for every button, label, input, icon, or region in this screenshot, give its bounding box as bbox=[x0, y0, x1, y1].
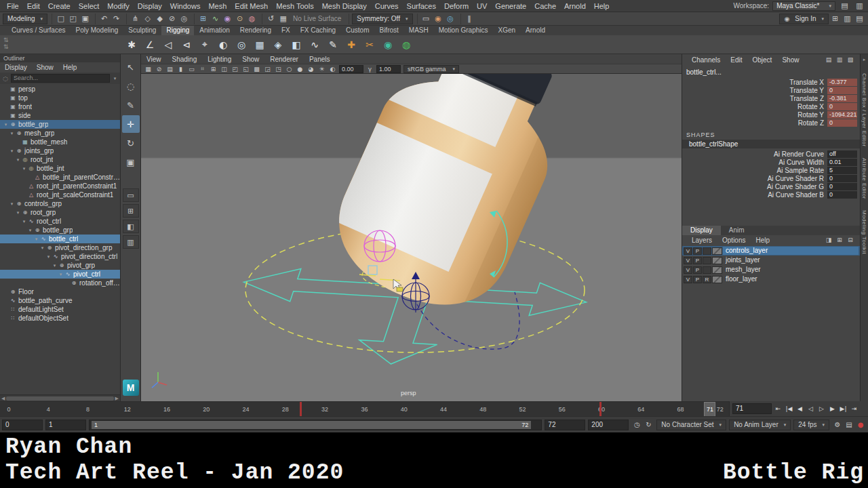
outliner-item[interactable]: ∷ defaultLightSet bbox=[0, 305, 120, 314]
viewport-toolbar-icon[interactable]: ☀ bbox=[317, 64, 327, 73]
sidebar-tab[interactable]: Modeling Toolkit bbox=[861, 210, 867, 254]
menu-item[interactable]: Edit Mesh bbox=[231, 2, 272, 10]
outliner-item[interactable]: ▾ ◎ bottle_jnt bbox=[0, 164, 120, 173]
shelf-button[interactable]: ✎ bbox=[325, 37, 341, 53]
playback-button[interactable]: ▷ bbox=[816, 403, 827, 414]
character-set-selector[interactable]: No Character Set ▾ bbox=[656, 420, 726, 430]
range-option-icon[interactable]: ↻ bbox=[643, 420, 654, 430]
shelf-tab[interactable]: XGen bbox=[494, 26, 521, 35]
layer-color-swatch[interactable] bbox=[712, 266, 722, 274]
playback-button[interactable]: |◀ bbox=[784, 403, 794, 414]
channel-value-field[interactable]: 0.01 bbox=[827, 159, 857, 166]
statusline-icon[interactable]: ▥ bbox=[842, 13, 853, 24]
fps-selector[interactable]: 24 fps ▾ bbox=[793, 420, 829, 430]
menu-item[interactable]: Create bbox=[44, 2, 75, 10]
expand-toggle-icon[interactable]: ▾ bbox=[21, 166, 27, 171]
menu-item[interactable]: Cache bbox=[530, 2, 560, 10]
expand-toggle-icon[interactable]: ▾ bbox=[15, 157, 21, 163]
range-bar[interactable]: 1 72 bbox=[92, 421, 531, 429]
render-icon[interactable]: ◉ bbox=[433, 13, 444, 24]
shelf-tab[interactable]: Arnold bbox=[521, 26, 550, 35]
layer-row[interactable]: V P R floor_layer bbox=[682, 274, 860, 284]
range-tail-icon[interactable]: ● bbox=[855, 420, 866, 430]
shelf-tab[interactable]: Poly Modeling bbox=[71, 26, 123, 35]
shelf-button[interactable]: ✂ bbox=[361, 37, 378, 53]
layout-button[interactable]: ⊞ bbox=[123, 204, 139, 218]
sidebar-collapse-icon[interactable]: ▸ bbox=[863, 57, 866, 62]
panel-menu-item[interactable]: Renderer bbox=[264, 56, 304, 63]
shelf-button[interactable]: ◍ bbox=[398, 37, 414, 53]
exposure-field[interactable]: 0.00 bbox=[339, 65, 363, 73]
menu-item[interactable]: Surfaces bbox=[403, 2, 440, 10]
expand-toggle-icon[interactable]: ▾ bbox=[9, 201, 15, 207]
outliner-menu-item[interactable]: Display bbox=[0, 64, 32, 71]
statusline-icon[interactable]: ▣ bbox=[79, 13, 91, 24]
playback-button[interactable]: ⇤ bbox=[773, 403, 783, 414]
channel-name[interactable]: Rotate Z bbox=[682, 119, 827, 127]
outliner-item[interactable]: ▾ ⊕ mesh_grp bbox=[0, 129, 120, 138]
workspace-selector[interactable]: Maya Classic* ▾ bbox=[772, 1, 835, 11]
shelf-tab[interactable]: Rigging bbox=[161, 26, 194, 35]
menu-item[interactable]: Edit bbox=[23, 2, 44, 10]
scene-view[interactable]: persp bbox=[141, 74, 682, 401]
statusline-icon[interactable]: ↺ bbox=[265, 13, 277, 24]
outliner-item[interactable]: ⊕ Floor bbox=[0, 287, 120, 296]
menu-item[interactable]: Select bbox=[75, 2, 104, 10]
shelf-tab[interactable]: Custom bbox=[341, 26, 374, 35]
expand-toggle-icon[interactable]: ▾ bbox=[9, 148, 15, 154]
scroll-left-icon[interactable]: ◀ bbox=[1, 396, 5, 401]
viewport-toolbar-icon[interactable]: ◳ bbox=[273, 64, 283, 73]
statusline-icon[interactable]: ◰ bbox=[67, 13, 79, 24]
layer-visibility-toggle[interactable]: V bbox=[684, 247, 692, 255]
menu-item[interactable]: Mesh Display bbox=[318, 2, 371, 10]
playback-start-field[interactable]: 1 bbox=[45, 420, 86, 430]
layer-row[interactable]: V P joints_layer bbox=[682, 256, 860, 265]
channel-name[interactable]: Ai Sample Rate bbox=[682, 167, 827, 174]
outliner-item[interactable]: ▾ ⊕ bottle_grp bbox=[0, 120, 120, 129]
current-frame-field[interactable]: 71 bbox=[732, 403, 772, 414]
layer-name[interactable]: controls_layer bbox=[723, 247, 859, 255]
layer-display-type-toggle[interactable] bbox=[703, 266, 711, 274]
layer-name[interactable]: mesh_layer bbox=[723, 266, 859, 274]
expand-toggle-icon[interactable]: ▾ bbox=[58, 272, 64, 277]
layer-display-type-toggle[interactable]: R bbox=[703, 276, 711, 283]
channel-name[interactable]: Translate Y bbox=[682, 87, 827, 94]
outliner-item[interactable]: ▾ ⊕ controls_grp bbox=[0, 199, 120, 208]
tool-button[interactable]: ↖ bbox=[122, 58, 140, 76]
outliner-item[interactable]: ▾ ⊕ joints_grp bbox=[0, 146, 120, 155]
layer-editor-menu-item[interactable]: Options bbox=[717, 237, 750, 244]
channel-box-menu-item[interactable]: Channels bbox=[687, 56, 725, 64]
shelf-tab[interactable]: Rendering bbox=[235, 26, 276, 35]
playback-button[interactable]: ▶ bbox=[827, 403, 837, 414]
outliner-item[interactable]: ▣ front bbox=[0, 102, 120, 111]
menu-item[interactable]: Arnold bbox=[560, 2, 590, 10]
viewport-toolbar-icon[interactable]: ○ bbox=[284, 64, 294, 73]
outliner-item[interactable]: ▾ ◎ root_jnt bbox=[0, 155, 120, 164]
animation-start-field[interactable]: 0 bbox=[2, 420, 43, 430]
layer-name[interactable]: joints_layer bbox=[723, 256, 859, 264]
expand-toggle-icon[interactable]: ▾ bbox=[27, 228, 33, 233]
viewport-toolbar-icon[interactable]: ⊞ bbox=[208, 64, 218, 73]
statusline-icon[interactable]: ◎ bbox=[178, 13, 190, 24]
expand-toggle-icon[interactable]: ▾ bbox=[45, 254, 52, 260]
viewport-toolbar-icon[interactable]: ▭ bbox=[186, 64, 197, 73]
layer-playback-toggle[interactable]: P bbox=[693, 266, 702, 274]
shelf-tab[interactable]: Curves / Surfaces bbox=[7, 26, 70, 35]
outliner-item[interactable]: ∷ defaultObjectSet bbox=[0, 314, 120, 323]
playback-button[interactable]: ⇥ bbox=[849, 403, 859, 414]
layer-playback-toggle[interactable]: P bbox=[693, 257, 702, 264]
tool-button[interactable]: ▣ bbox=[122, 153, 140, 171]
channel-box-corner-icon[interactable]: ▤ bbox=[824, 56, 833, 64]
statusline-icon[interactable]: ⊘ bbox=[166, 13, 178, 24]
expand-toggle-icon[interactable]: ▾ bbox=[21, 219, 27, 224]
outliner-item[interactable]: △ bottle_jnt_parentConstraint1 bbox=[0, 173, 120, 182]
gamma-field[interactable]: 1.00 bbox=[376, 65, 401, 73]
channel-name[interactable]: Ai Render Curve bbox=[682, 150, 827, 158]
expand-toggle-icon[interactable]: ▾ bbox=[39, 245, 45, 251]
pause-playback-icon[interactable]: ‖ bbox=[464, 13, 475, 24]
viewport-toolbar-icon[interactable]: ◫ bbox=[219, 64, 229, 73]
tool-button[interactable]: ◌ bbox=[122, 77, 140, 95]
outliner-item[interactable]: ▣ top bbox=[0, 94, 120, 102]
shelf-button[interactable]: ◈ bbox=[270, 37, 286, 53]
range-tail-icon[interactable]: ⚙ bbox=[832, 420, 843, 430]
